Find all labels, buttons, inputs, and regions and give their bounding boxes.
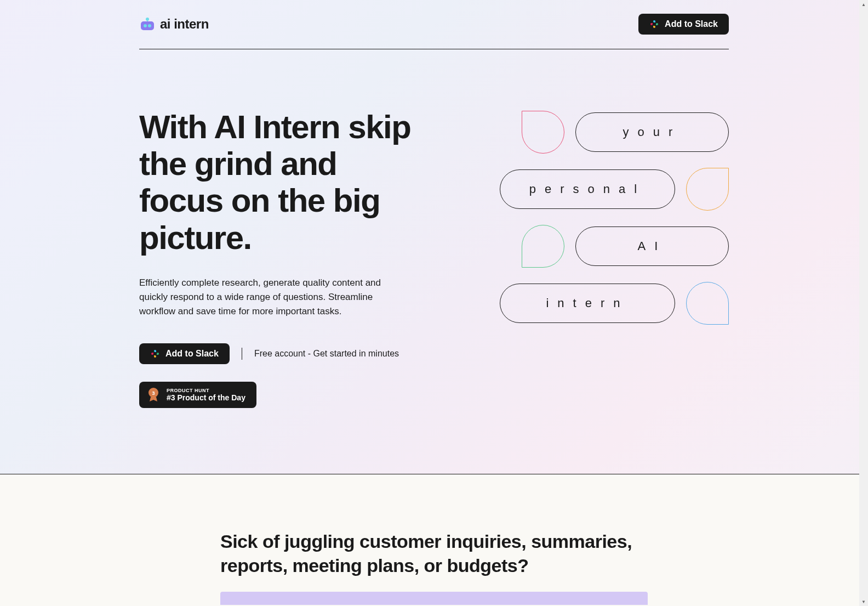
divider [242,348,242,360]
svg-rect-0 [141,21,154,30]
svg-point-2 [148,24,151,27]
svg-text:3: 3 [152,390,155,396]
cta-row: Add to Slack Free account - Get started … [139,343,423,364]
header: ai intern Add to Slack [139,0,729,49]
hero-title: With AI Intern skip the grind and focus … [139,109,423,256]
scrollbar-up-icon[interactable]: ▲ [859,0,868,9]
ph-label: PRODUCT HUNT [167,388,245,393]
svg-point-3 [146,18,149,21]
leaf-shape-pink [522,111,564,154]
logo-text: ai intern [160,16,209,32]
product-hunt-badge[interactable]: 3 PRODUCT HUNT #3 Product of the Day [139,382,256,408]
pill-row-3: AI [522,225,729,268]
logo[interactable]: ai intern [139,16,209,32]
leaf-shape-orange [686,168,729,211]
leaf-shape-green [522,225,564,268]
button-label: Add to Slack [665,19,718,29]
pill-row-4: intern [500,282,729,325]
pill-intern: intern [500,284,675,323]
add-to-slack-button-header[interactable]: Add to Slack [638,14,729,35]
button-label: Add to Slack [165,349,219,359]
pill-row-1: your [522,111,729,154]
svg-point-1 [144,24,147,27]
section-2: Sick of juggling customer inquiries, sum… [0,474,868,606]
pill-your: your [575,112,729,152]
scrollbar[interactable]: ▲ ▼ [859,0,868,606]
add-to-slack-button-hero[interactable]: Add to Slack [139,343,230,364]
slack-icon [150,349,160,359]
section-2-title: Sick of juggling customer inquiries, sum… [220,529,648,577]
ph-text: PRODUCT HUNT #3 Product of the Day [167,388,245,402]
robot-logo-icon [139,16,156,32]
leaf-shape-blue [686,282,729,325]
hero-content: With AI Intern skip the grind and focus … [139,109,423,408]
ph-title: #3 Product of the Day [167,393,245,402]
medal-icon: 3 [147,387,160,403]
scrollbar-down-icon[interactable]: ▼ [859,597,868,606]
hero-illustration: your personal AI intern [445,109,729,408]
free-account-text: Free account - Get started in minutes [254,349,399,359]
content-preview-box [220,592,648,605]
pill-ai: AI [575,226,729,266]
pill-personal: personal [500,169,675,209]
hero-section: With AI Intern skip the grind and focus … [139,49,729,474]
slack-icon [649,19,659,29]
pill-row-2: personal [500,168,729,211]
hero-subtitle: Efficiently complete research, generate … [139,276,402,319]
